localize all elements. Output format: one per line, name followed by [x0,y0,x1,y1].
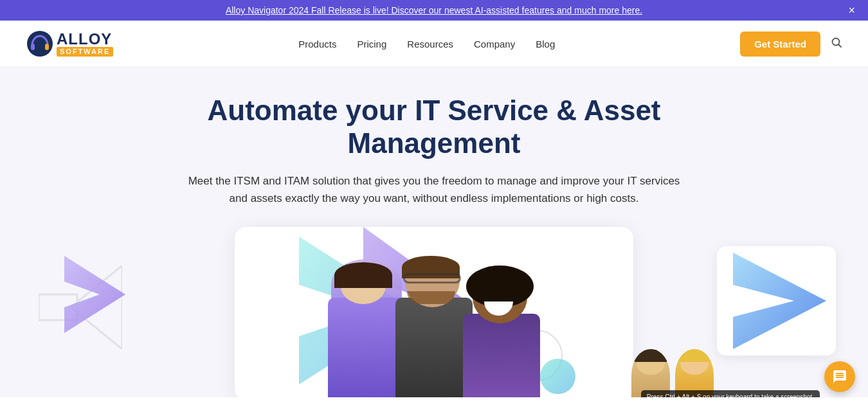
svg-line-4 [838,44,841,47]
get-started-button[interactable]: Get Started [740,32,820,57]
avatar-group [631,349,714,397]
center-card-blob [540,359,575,394]
header: ALLOY SOFTWARE Products Pricing Resource… [0,21,868,68]
search-button[interactable] [831,37,842,51]
logo-text: ALLOY SOFTWARE [57,32,113,57]
nav-item-company[interactable]: Company [474,39,515,50]
hero-title: Automate your IT Service & Asset Managem… [145,94,723,159]
logo-software-text: SOFTWARE [57,47,113,57]
nav-cta-area: Get Started [740,32,842,57]
nav-item-pricing[interactable]: Pricing [357,39,386,50]
person-3 [460,266,543,397]
center-card [235,227,633,397]
avatar-2 [675,349,714,397]
svg-rect-2 [45,44,49,50]
nav-item-products[interactable]: Products [298,39,336,50]
banner-close-button[interactable]: × [848,4,855,16]
logo-alloy-text: ALLOY [57,32,113,47]
right-blue-arrow-icon [723,253,826,349]
avatar-1 [631,349,670,397]
svg-point-3 [832,38,839,45]
hero-visual: Press Ctrl + Alt + S on your keyboard to… [13,227,855,397]
search-icon [831,37,842,48]
hero-section: Automate your IT Service & Asset Managem… [0,68,868,397]
chat-widget[interactable] [824,361,855,392]
people-figures [325,253,543,397]
chat-icon [832,369,847,384]
nav-item-blog[interactable]: Blog [536,39,555,50]
announcement-link[interactable]: Alloy Navigator 2024 Fall Release is liv… [226,5,642,15]
svg-point-0 [27,31,53,57]
nav-item-resources[interactable]: Resources [407,39,453,50]
svg-rect-1 [31,44,35,50]
right-card [717,246,836,356]
svg-marker-10 [733,253,826,349]
announcement-banner: Alloy Navigator 2024 Fall Release is liv… [0,0,868,21]
main-nav: Products Pricing Resources Company Blog [298,39,555,50]
svg-marker-7 [64,256,125,333]
logo[interactable]: ALLOY SOFTWARE [26,30,113,58]
logo-icon [26,30,54,58]
left-purple-arrow-icon [55,256,125,333]
hero-subtitle: Meet the ITSM and ITAM solution that giv… [183,172,685,207]
